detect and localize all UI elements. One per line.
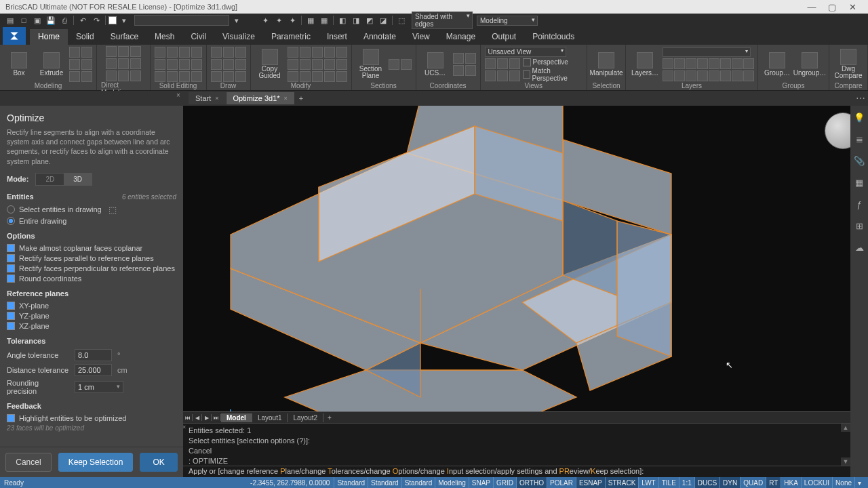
radio-select-entities[interactable]: Select entities in drawing⬚	[7, 205, 176, 215]
save-icon[interactable]: 💾	[45, 14, 57, 26]
mode-2d[interactable]: 2D	[36, 174, 64, 185]
close-icon[interactable]: ×	[215, 95, 218, 102]
tool-icon[interactable]: ▦	[318, 14, 330, 26]
panel-close-icon[interactable]: ×	[176, 92, 180, 99]
tool-icon[interactable]: ▦	[304, 14, 317, 26]
status-toggle[interactable]: HKA	[781, 477, 801, 488]
tab-annotate[interactable]: Annotate	[355, 29, 404, 45]
redo-icon[interactable]: ↷	[90, 14, 102, 26]
more-icon[interactable]: ⋯	[856, 93, 865, 104]
status-toggle[interactable]: ORTHO	[516, 477, 547, 488]
check-xy[interactable]: XY-plane	[7, 302, 176, 310]
print-icon[interactable]: ⎙	[58, 14, 71, 26]
undo-icon[interactable]: ↶	[77, 14, 89, 26]
cloud-icon[interactable]: ☁	[854, 243, 865, 253]
status-toggle[interactable]: DYN	[719, 477, 740, 488]
tab-insert[interactable]: Insert	[319, 29, 355, 45]
copy-guided-button[interactable]: Copy Guided	[255, 49, 285, 79]
status-toggle[interactable]: Standard	[334, 477, 368, 488]
layout-tab-model[interactable]: Model	[221, 413, 252, 422]
tab-pointclouds[interactable]: Pointclouds	[524, 29, 583, 45]
add-layout-button[interactable]: +	[323, 414, 336, 422]
mode-toggle[interactable]: 2D 3D	[35, 173, 92, 186]
extrude-button[interactable]: Extrude	[37, 52, 66, 77]
layer-color-swatch[interactable]	[108, 16, 117, 24]
angle-tol-input[interactable]: 8.0	[75, 349, 112, 361]
command-line[interactable]: Apply or [change reference Plane/change …	[183, 466, 850, 477]
chevron-down-icon[interactable]: ▾	[231, 14, 243, 26]
tool-icon[interactable]: ⬚	[395, 14, 408, 26]
doc-tab-start[interactable]: Start×	[189, 92, 226, 104]
tool-icon[interactable]: ◧	[336, 14, 349, 26]
check-parallel[interactable]: Rectify faces parallel to reference plan…	[7, 254, 176, 262]
layout-tab-2[interactable]: Layout2	[288, 413, 323, 422]
close-icon[interactable]: ✕	[842, 2, 863, 12]
tab-home[interactable]: Home	[30, 29, 68, 45]
scroll-down-icon[interactable]: ▼	[841, 458, 850, 466]
new-icon[interactable]: □	[18, 14, 30, 26]
section-plane-button[interactable]: Section Plane	[356, 49, 386, 79]
match-perspective-checkbox[interactable]: Match Perspective	[523, 67, 583, 82]
dwg-compare-button[interactable]: Dwg Compare	[833, 49, 863, 79]
tab-output[interactable]: Output	[484, 29, 524, 45]
solid-editing-grid[interactable]	[155, 47, 202, 82]
check-yz[interactable]: YZ-plane	[7, 312, 176, 320]
open-icon[interactable]: ▣	[31, 14, 43, 26]
round-dropdown[interactable]: 1 cm	[75, 381, 123, 393]
minimize-icon[interactable]: —	[802, 2, 822, 12]
next-icon[interactable]: ▶	[202, 414, 212, 421]
first-icon[interactable]: ⏮	[183, 414, 193, 421]
group-button[interactable]: Group…	[762, 52, 792, 77]
status-toggle[interactable]: SNAP	[469, 477, 493, 488]
box-button[interactable]: Box	[4, 52, 34, 77]
pick-icon[interactable]: ⬚	[108, 205, 117, 215]
workspace-dropdown[interactable]: Modeling	[477, 16, 538, 26]
visual-style-dropdown[interactable]: Shaded with edges	[412, 12, 473, 29]
tab-solid[interactable]: Solid	[68, 29, 102, 45]
status-toggle[interactable]: POLAR	[547, 477, 576, 488]
tab-view[interactable]: View	[404, 29, 438, 45]
check-coplanar[interactable]: Make almost coplanar faces coplanar	[7, 244, 176, 252]
status-toggle[interactable]: RT	[766, 477, 781, 488]
structure-icon[interactable]: ⊞	[854, 221, 865, 232]
status-toggle[interactable]: STRACK	[605, 477, 639, 488]
keep-selection-button[interactable]: Keep Selection	[58, 453, 134, 472]
status-toggle[interactable]: QUAD	[740, 477, 766, 488]
status-toggle[interactable]: LOCKUI	[801, 477, 832, 488]
app-menu-button[interactable]: ▤	[4, 14, 16, 26]
status-toggle[interactable]: Standard	[368, 477, 401, 488]
scroll-up-icon[interactable]: ▲	[841, 424, 850, 432]
ok-button[interactable]: OK	[140, 453, 177, 472]
tool-icon[interactable]: ✦	[273, 14, 285, 26]
tool-icon[interactable]: ✦	[286, 14, 298, 26]
status-toggle[interactable]: ESNAP	[576, 477, 605, 488]
close-icon[interactable]: ×	[183, 423, 186, 431]
tool-icon[interactable]: ◩	[363, 14, 376, 26]
radio-entire-drawing[interactable]: Entire drawing	[7, 217, 176, 225]
ungroup-button[interactable]: Ungroup…	[795, 52, 825, 77]
check-perpendicular[interactable]: Rectify faces perpendicular to reference…	[7, 264, 176, 272]
tool-icon[interactable]: ✦	[259, 14, 271, 26]
tab-surface[interactable]: Surface	[102, 29, 146, 45]
manipulate-button[interactable]: Manipulate	[591, 52, 621, 77]
status-toggle[interactable]: DUCS	[694, 477, 719, 488]
layout-tab-1[interactable]: Layout1	[252, 413, 288, 422]
tab-visualize[interactable]: Visualize	[214, 29, 263, 45]
status-toggle[interactable]: LWT	[638, 477, 658, 488]
status-toggle[interactable]: Modeling	[435, 477, 469, 488]
close-icon[interactable]: ×	[284, 95, 288, 102]
status-toggle[interactable]: None	[832, 477, 854, 488]
mode-3d[interactable]: 3D	[64, 174, 92, 185]
status-toggle[interactable]: 1:1	[679, 477, 694, 488]
chevron-down-icon[interactable]: ▾	[118, 14, 130, 26]
app-button[interactable]	[3, 27, 26, 45]
dist-tol-input[interactable]: 25.000	[75, 364, 112, 376]
status-toggle[interactable]: GRID	[493, 477, 516, 488]
status-toggle[interactable]: Standard	[401, 477, 435, 488]
check-highlight[interactable]: Highlight entities to be optimized	[7, 414, 176, 422]
fx-icon[interactable]: ƒ	[854, 199, 865, 210]
last-icon[interactable]: ⏭	[212, 414, 221, 421]
modify-grid[interactable]	[288, 47, 347, 82]
command-history[interactable]: × Entities selected: 1 Select entities […	[183, 423, 850, 466]
check-xz[interactable]: XZ-plane	[7, 322, 176, 330]
